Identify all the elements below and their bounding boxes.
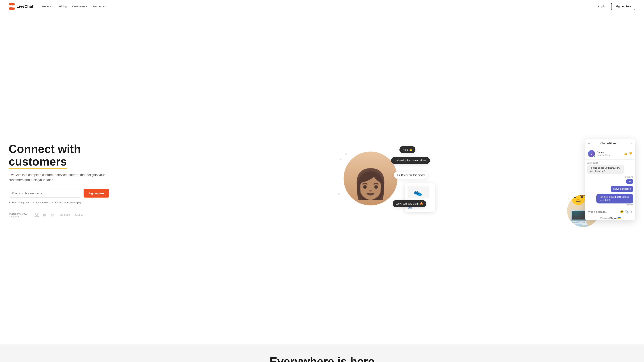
user-msg-label: Pam 12:48 bbox=[624, 176, 633, 178]
ukraine-text: Ukraine bbox=[610, 217, 618, 219]
adobe-logo: Ae bbox=[51, 214, 54, 217]
user-message-row-3: How do I turn off notifications on mobil… bbox=[587, 194, 633, 206]
cta-button[interactable]: Sign up free bbox=[84, 189, 109, 198]
close-icon[interactable]: ✕ bbox=[630, 142, 632, 145]
bottom-headline-highlight: here bbox=[350, 355, 374, 362]
check-trial: ✓ Free 14-day trial bbox=[8, 201, 29, 204]
svg-rect-0 bbox=[9, 5, 12, 7]
user-message-hi: Hi bbox=[626, 179, 633, 184]
emoji-icon[interactable]: 🙂 bbox=[620, 210, 624, 214]
product-card: 👟 Black Runners $149 Buy bbox=[405, 183, 435, 212]
agent-message-row: Jacek 12:44 Hi, nice to see you here. Ho… bbox=[587, 162, 633, 174]
login-button[interactable]: Log in bbox=[595, 4, 608, 9]
nav-resources[interactable]: Resources ▾ bbox=[90, 4, 110, 9]
attachment-icon[interactable]: 📎 bbox=[625, 210, 629, 214]
ukraine-banner: We support Ukraine 🇺🇦 bbox=[585, 216, 636, 220]
paypal-logo: PayPal bbox=[74, 214, 83, 216]
chat-widget-header: ··· Chat with us! — ✕ bbox=[585, 139, 636, 148]
chat-input[interactable] bbox=[588, 210, 619, 213]
bottom-headline: Everywhere is here bbox=[8, 355, 636, 362]
hero-form: Sign up free bbox=[8, 189, 109, 198]
bubble-looking: I'm looking for running shoes bbox=[391, 157, 430, 164]
agent-msg-label: Jacek 12:44 bbox=[587, 162, 633, 164]
nav-right: Log in Sign up free bbox=[595, 3, 636, 10]
chat-widget-actions: — ✕ bbox=[626, 142, 632, 145]
trusted-text: Trusted by 35,000+companies bbox=[8, 212, 29, 218]
bubble-wow: Wow! Will take them! 😍 bbox=[392, 200, 426, 207]
nav-product[interactable]: Product ▾ bbox=[39, 4, 55, 9]
thumbs-down-icon[interactable]: 👎 bbox=[629, 152, 632, 156]
nav-pricing[interactable]: Pricing bbox=[56, 4, 69, 9]
person-image: 👩🏽 bbox=[344, 152, 398, 206]
logo[interactable]: LiveChat bbox=[8, 3, 33, 10]
chat-input-row: 🙂 📎 ➤ bbox=[585, 208, 636, 216]
delivered-label: Delivered bbox=[626, 204, 633, 206]
hero-subtitle: LiveChat is a complete customer service … bbox=[8, 172, 109, 183]
user-message-row-2: I have a question bbox=[587, 186, 633, 192]
checkmark-icon: ✓ bbox=[8, 201, 10, 204]
user-message-notifications: How do I turn off notifications on mobil… bbox=[596, 194, 633, 204]
mcdonalds-logo: 𝐌 bbox=[34, 213, 39, 218]
trusted-section: Trusted by 35,000+companies 𝐌 ⊕ Ae UNILE… bbox=[8, 212, 109, 218]
nav-left: LiveChat Product ▾ Pricing Customers ▾ R… bbox=[8, 3, 110, 10]
more-options-icon[interactable]: ··· bbox=[588, 142, 592, 145]
decorative-dot bbox=[345, 153, 347, 155]
chat-widget-title: Chat with us! bbox=[600, 142, 617, 145]
chevron-down-icon: ▾ bbox=[86, 5, 87, 8]
send-icon[interactable]: ➤ bbox=[630, 210, 633, 214]
agent-feedback: 👍 👎 bbox=[624, 152, 632, 156]
bubble-hello: Hello 👋 bbox=[400, 146, 416, 153]
chevron-down-icon: ▾ bbox=[52, 5, 53, 8]
logo-text: LiveChat bbox=[16, 4, 33, 9]
check-omnichannel: ✓ Omnichannel messaging bbox=[52, 201, 81, 204]
hero-checks: ✓ Free 14-day trial ✓ Automation ✓ Omnic… bbox=[8, 201, 109, 204]
user-message-row-1: Pam 12:48 Hi bbox=[587, 176, 633, 184]
decorative-dot bbox=[340, 159, 342, 160]
hero-section: Connect with customers LiveChat is a com… bbox=[0, 13, 644, 344]
checkmark-icon: ✓ bbox=[52, 201, 54, 204]
agent-info: J Jacek Support Hero 👍 👎 bbox=[585, 148, 636, 160]
user-message-question: I have a question bbox=[611, 186, 633, 192]
check-automation: ✓ Automation bbox=[33, 201, 48, 204]
email-input[interactable] bbox=[8, 189, 82, 198]
online-indicator bbox=[593, 156, 595, 157]
mercedes-logo: ⊕ bbox=[43, 213, 46, 218]
minimize-icon[interactable]: — bbox=[626, 142, 628, 145]
chat-icons: 🙂 📎 ➤ bbox=[620, 210, 633, 214]
navbar: LiveChat Product ▾ Pricing Customers ▾ R… bbox=[0, 0, 644, 13]
checkmark-icon: ✓ bbox=[33, 201, 35, 204]
headline-customers: customers bbox=[8, 155, 67, 168]
agent-title: Support Hero bbox=[597, 154, 610, 156]
main-person-area: 👩🏽 Hello 👋 I'm looking for running shoes… bbox=[344, 152, 401, 209]
bubble-hicheck: Hi! Check out this model bbox=[394, 171, 428, 179]
nav-customers[interactable]: Customers ▾ bbox=[70, 4, 90, 9]
agent-details: Jacek Support Hero bbox=[597, 151, 610, 156]
unilever-logo: UNILEVER bbox=[59, 214, 70, 216]
logo-icon bbox=[8, 3, 15, 10]
agent-avatar: J bbox=[588, 150, 595, 157]
hero-illustration: 👩🏽 Hello 👋 I'm looking for running shoes… bbox=[109, 134, 636, 227]
chat-messages: Jacek 12:44 Hi, nice to see you here. Ho… bbox=[585, 160, 636, 208]
nav-menu: Product ▾ Pricing Customers ▾ Resources … bbox=[39, 4, 110, 9]
chat-widget: ··· Chat with us! — ✕ J Jacek Support He… bbox=[585, 139, 636, 220]
decorative-dot bbox=[338, 193, 340, 195]
person-circle: 👩🏽 bbox=[344, 152, 398, 206]
hero-content: Connect with customers LiveChat is a com… bbox=[8, 143, 109, 218]
shoe-image: 👟 bbox=[408, 186, 429, 198]
hero-headline: Connect with customers bbox=[8, 143, 109, 168]
brand-logos: 𝐌 ⊕ Ae UNILEVER PayPal bbox=[34, 213, 83, 218]
agent-name: Jacek bbox=[597, 151, 610, 154]
signup-button[interactable]: Sign up free bbox=[611, 3, 636, 10]
bottom-section: Everywhere is here bbox=[0, 344, 644, 362]
chevron-down-icon: ▾ bbox=[106, 5, 108, 8]
agent-message: Hi, nice to see you here. How can I help… bbox=[587, 165, 624, 174]
thumbs-up-icon[interactable]: 👍 bbox=[624, 152, 628, 156]
